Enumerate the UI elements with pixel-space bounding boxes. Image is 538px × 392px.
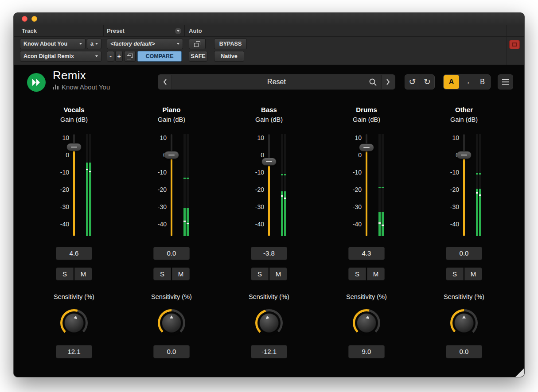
close-button[interactable] [22,16,27,22]
meter-bar-left [86,134,88,236]
solo-button[interactable]: S [446,268,464,280]
previous-preset-button[interactable] [158,75,172,89]
menu-button[interactable] [498,74,513,89]
gain-value[interactable]: 4.3 [348,247,385,260]
fader-handle[interactable] [359,144,374,151]
solo-button[interactable]: S [348,268,366,280]
search-icon[interactable] [369,78,377,88]
caret-down-icon [177,30,179,32]
gain-value[interactable]: -3.8 [251,247,287,260]
sensitivity-value[interactable]: -12.1 [251,345,287,358]
gain-fader[interactable] [261,134,277,236]
knob-face [259,313,279,333]
preset-selector[interactable]: <factory default> [107,39,183,49]
ab-copy-arrow-icon[interactable]: → [459,75,475,89]
sensitivity-value[interactable]: 9.0 [348,345,385,358]
sensitivity-value[interactable]: 0.0 [446,345,482,358]
caret-down-icon [95,43,98,45]
next-preset-button[interactable] [381,75,395,89]
fader-handle[interactable] [66,143,82,151]
resize-grip[interactable] [515,368,524,377]
target-button[interactable] [509,40,520,49]
solo-mute-row: S M [220,268,318,280]
mute-button[interactable]: M [74,268,92,280]
divider [209,25,209,36]
channel-name: Other [415,106,513,114]
meter-bar-left [476,134,478,236]
knob-face [162,313,181,333]
gain-fader[interactable] [164,134,179,236]
gain-value[interactable]: 4.6 [56,247,92,260]
ab-b-button[interactable]: B [475,75,490,89]
sensitivity-knob[interactable] [353,309,380,337]
fader-handle[interactable] [164,151,179,159]
redo-button[interactable]: ↻ [420,75,434,89]
divider [507,25,507,36]
ab-a-button[interactable]: A [444,75,459,89]
sensitivity-knob[interactable] [60,309,88,337]
meter-bar-left [378,134,381,236]
solo-button[interactable]: S [56,268,74,280]
mute-button[interactable]: M [172,268,190,280]
preset-increment-button[interactable]: + [115,51,123,62]
native-button[interactable]: Native [214,51,244,62]
sensitivity-value[interactable]: 0.0 [153,345,190,358]
hamburger-icon [502,79,509,85]
fader-handle-line [461,155,467,155]
gain-unit-label: Gain (dB) [25,116,123,124]
level-meter [476,134,482,236]
sensitivity-label: Sensitivity (%) [318,293,415,301]
preset-decrement-button[interactable]: - [107,51,114,62]
safe-button[interactable]: SAFE [189,51,207,62]
minimize-button[interactable] [31,16,37,22]
undo-button[interactable]: ↺ [405,75,420,89]
fader-handle[interactable] [456,151,472,159]
meter-bar-right [284,134,286,236]
gain-fader[interactable] [456,134,472,236]
preset-menu-button[interactable] [175,27,182,35]
channel-strip: Piano Gain (dB) 100-10-20-30-40 0.0 S M [123,101,220,358]
bypass-button[interactable]: BYPASS [214,39,247,49]
plugin-header: Remix Know About You Reset [14,65,524,101]
knob-pointer-icon [462,315,466,318]
meter-bar-right [187,134,189,236]
sensitivity-knob[interactable] [255,309,283,337]
gain-fader[interactable] [66,134,82,236]
channel-name: Bass [220,106,318,114]
solo-button[interactable]: S [251,268,269,280]
gain-fader[interactable] [359,134,374,236]
channel-strip: Other Gain (dB) 100-10-20-30-40 0.0 S M [415,101,513,358]
titlebar[interactable] [14,13,524,25]
channel-name: Piano [123,106,220,114]
preset-name-field[interactable]: Reset [172,75,381,89]
playlist-selector[interactable]: a [87,39,101,49]
sensitivity-knob[interactable] [158,309,185,337]
gain-value[interactable]: 0.0 [153,247,190,260]
sensitivity-knob[interactable] [450,309,478,337]
gain-value[interactable]: 0.0 [446,247,482,260]
undo-redo-group: ↺ ↻ [405,74,435,89]
remix-logo-icon [27,73,46,92]
toolbar-controls: Know About You a Acon Digital Remix <fac… [14,37,524,65]
sensitivity-label: Sensitivity (%) [415,293,513,301]
meter-bar-right [382,134,384,236]
mute-button[interactable]: M [269,268,287,280]
compare-button[interactable]: COMPARE [137,51,182,62]
knob-face [454,313,474,333]
preset-section-label: Preset [107,27,125,34]
fader-fill [171,155,172,236]
fader-handle[interactable] [261,158,277,166]
auto-window-button[interactable] [189,39,206,49]
preset-copy-button[interactable] [124,51,136,62]
plugin-title: Remix [53,69,110,82]
overlapping-windows-icon [194,41,200,47]
sensitivity-value[interactable]: 12.1 [56,345,92,358]
preset-bar: Reset [158,74,395,89]
mute-button[interactable]: M [464,268,482,280]
channel-strips: Vocals Gain (dB) 100-10-20-30-40 4.6 S M [14,101,524,358]
plugin-selector[interactable]: Acon Digital Remix [20,51,101,62]
solo-button[interactable]: S [153,268,171,280]
sensitivity-label: Sensitivity (%) [220,293,318,301]
mute-button[interactable]: M [367,268,385,280]
track-selector[interactable]: Know About You [20,39,86,49]
